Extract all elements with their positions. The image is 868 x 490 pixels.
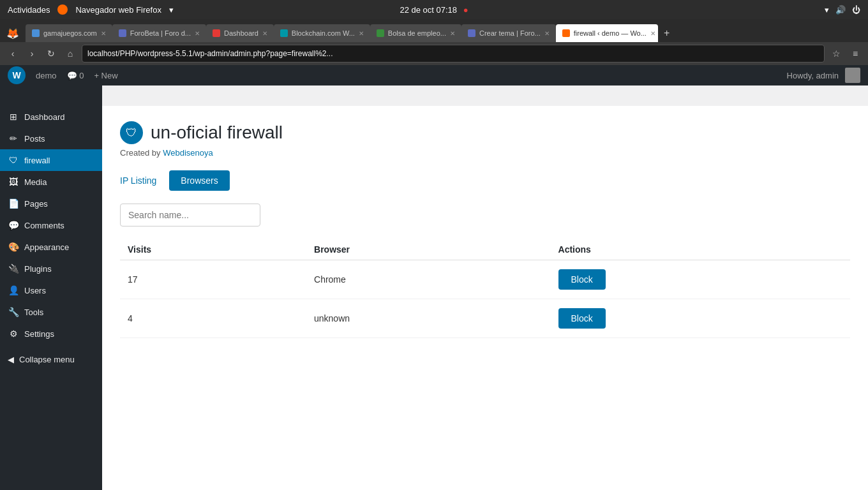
recording-dot: ● bbox=[463, 5, 468, 15]
col-visits: Visits bbox=[120, 239, 306, 260]
url-bar-row: ‹ › ↻ ⌂ ☆ ≡ bbox=[0, 42, 868, 65]
activities-label[interactable]: Actividades bbox=[8, 5, 50, 15]
tab-close-icon[interactable]: ✕ bbox=[544, 30, 550, 37]
sidebar-item-label: Pages bbox=[24, 199, 48, 209]
sub-nav: IP Listing Browsers bbox=[120, 170, 850, 191]
cell-visits: 17 bbox=[120, 260, 306, 299]
comments-count[interactable]: 💬 0 bbox=[67, 71, 84, 80]
wp-logo[interactable]: W bbox=[8, 66, 26, 84]
col-actions: Actions bbox=[551, 239, 850, 260]
browser-tabs: 🦊 gamajuegos.com ✕ ForoBeta | Foro d... … bbox=[0, 19, 868, 42]
tab-label: gamajuegos.com bbox=[43, 29, 97, 37]
bookmarks-button[interactable]: ☆ bbox=[828, 46, 844, 61]
wp-admin-bar: W demo 💬 0 + New Howdy, admin bbox=[0, 65, 868, 85]
users-icon: 👤 bbox=[8, 285, 19, 296]
tab-crear[interactable]: Crear tema | Foro... ✕ bbox=[461, 24, 556, 42]
content-area: 🛡 un-oficial firewall Created by Webdise… bbox=[102, 106, 868, 490]
forward-button[interactable]: › bbox=[24, 46, 40, 61]
sidebar-item-dashboard[interactable]: ⊞ Dashboard bbox=[0, 106, 102, 128]
plugin-shield-icon: 🛡 bbox=[120, 121, 143, 144]
sidebar-item-appearance[interactable]: 🎨 Appearance bbox=[0, 236, 102, 258]
sidebar-item-label: Posts bbox=[24, 134, 45, 144]
browsers-button[interactable]: Browsers bbox=[169, 170, 229, 191]
tab-close-icon[interactable]: ✕ bbox=[262, 30, 267, 37]
tab-label: Crear tema | Foro... bbox=[479, 29, 541, 37]
sidebar-item-label: Appearance bbox=[24, 242, 69, 252]
sidebar-item-users[interactable]: 👤 Users bbox=[0, 279, 102, 301]
sidebar-item-label: Users bbox=[24, 286, 46, 295]
firefox-tab-icon: 🦊 bbox=[6, 27, 19, 40]
tools-icon: 🔧 bbox=[8, 306, 19, 318]
dashboard-icon: ⊞ bbox=[8, 111, 19, 122]
firefox-icon bbox=[57, 4, 68, 15]
block-button-1[interactable]: Block bbox=[558, 308, 606, 329]
wp-main: 🛡 un-oficial firewall Created by Webdise… bbox=[102, 85, 868, 490]
plugin-header: 🛡 un-oficial firewall bbox=[120, 121, 850, 144]
tab-firewall[interactable]: firewall ‹ demo — Wo... ✕ bbox=[556, 24, 658, 42]
sidebar-item-label: Dashboard bbox=[24, 112, 65, 122]
browser-label: Navegador web Firefox bbox=[75, 5, 161, 15]
site-name[interactable]: demo bbox=[36, 71, 57, 80]
tab-bolsa[interactable]: Bolsa de empleo... ✕ bbox=[370, 24, 461, 42]
posts-icon: ✏ bbox=[8, 133, 19, 144]
cell-browser: unknown bbox=[306, 299, 551, 338]
new-tab-button[interactable]: + bbox=[658, 24, 676, 42]
sidebar-item-pages[interactable]: 📄 Pages bbox=[0, 193, 102, 214]
volume-icon: 🔊 bbox=[835, 5, 846, 15]
tab-gamajuegos[interactable]: gamajuegos.com ✕ bbox=[26, 24, 112, 42]
dropdown-arrow-icon: ▾ bbox=[169, 5, 174, 15]
sidebar-item-label: firewall bbox=[24, 156, 50, 165]
avatar bbox=[845, 68, 860, 83]
tab-blockchain[interactable]: Blockchain.com W... ✕ bbox=[274, 24, 370, 42]
sidebar-item-label: Comments bbox=[24, 221, 64, 230]
created-by-link[interactable]: Webdisenoya bbox=[163, 148, 213, 158]
appearance-icon: 🎨 bbox=[8, 241, 19, 253]
sidebar-item-comments[interactable]: 💬 Comments bbox=[0, 214, 102, 236]
menu-button[interactable]: ≡ bbox=[848, 46, 863, 61]
plugins-icon: 🔌 bbox=[8, 263, 19, 274]
url-input[interactable] bbox=[82, 45, 825, 63]
wp-sidebar: ⊞ Dashboard ✏ Posts 🛡 firewall 🖼 Media 📄… bbox=[0, 85, 102, 490]
tab-close-icon[interactable]: ✕ bbox=[450, 30, 455, 37]
ip-listing-link[interactable]: IP Listing bbox=[120, 175, 156, 186]
created-by: Created by Webdisenoya bbox=[120, 148, 850, 158]
back-button[interactable]: ‹ bbox=[5, 46, 20, 61]
tab-label: ForoBeta | Foro d... bbox=[130, 29, 191, 37]
block-button-0[interactable]: Block bbox=[558, 269, 606, 290]
tab-close-icon[interactable]: ✕ bbox=[359, 30, 364, 37]
tab-close-icon[interactable]: ✕ bbox=[650, 30, 655, 37]
home-button[interactable]: ⌂ bbox=[63, 46, 78, 61]
tab-dashboard[interactable]: Dashboard ✕ bbox=[206, 24, 274, 42]
collapse-icon: ◀ bbox=[8, 355, 14, 364]
cell-browser: Chrome bbox=[306, 260, 551, 299]
sidebar-item-posts[interactable]: ✏ Posts bbox=[0, 128, 102, 149]
collapse-label: Collapse menu bbox=[19, 355, 75, 364]
tab-close-icon[interactable]: ✕ bbox=[195, 30, 200, 37]
col-browser: Browser bbox=[306, 239, 551, 260]
sidebar-item-label: Tools bbox=[24, 308, 43, 317]
media-icon: 🖼 bbox=[8, 176, 19, 188]
power-icon: ⏻ bbox=[852, 5, 860, 15]
sidebar-item-plugins[interactable]: 🔌 Plugins bbox=[0, 258, 102, 279]
pages-icon: 📄 bbox=[8, 198, 19, 209]
howdy-label: Howdy, admin bbox=[787, 71, 839, 80]
cell-visits: 4 bbox=[120, 299, 306, 338]
table-row: 17 Chrome Block bbox=[120, 260, 850, 299]
settings-icon: ⚙ bbox=[8, 328, 19, 339]
plugin-title: un-oficial firewall bbox=[151, 122, 283, 143]
sidebar-item-label: Media bbox=[24, 177, 47, 187]
search-input[interactable] bbox=[120, 204, 260, 226]
new-content-button[interactable]: + New bbox=[94, 71, 117, 80]
sidebar-item-tools[interactable]: 🔧 Tools bbox=[0, 301, 102, 323]
sidebar-item-firewall[interactable]: 🛡 firewall bbox=[0, 149, 102, 171]
wifi-icon: ▾ bbox=[825, 5, 829, 15]
browser-table: Visits Browser Actions 17 Chrome Block bbox=[120, 239, 850, 338]
sidebar-item-label: Settings bbox=[24, 329, 54, 339]
tab-forobeta[interactable]: ForoBeta | Foro d... ✕ bbox=[112, 24, 206, 42]
sidebar-collapse-button[interactable]: ◀ Collapse menu bbox=[0, 350, 102, 369]
reload-button[interactable]: ↻ bbox=[43, 46, 59, 61]
sidebar-item-settings[interactable]: ⚙ Settings bbox=[0, 323, 102, 345]
table-row: 4 unknown Block bbox=[120, 299, 850, 338]
sidebar-item-media[interactable]: 🖼 Media bbox=[0, 171, 102, 193]
tab-close-icon[interactable]: ✕ bbox=[101, 30, 106, 37]
